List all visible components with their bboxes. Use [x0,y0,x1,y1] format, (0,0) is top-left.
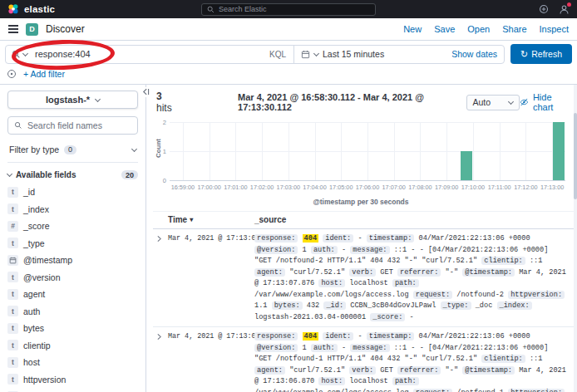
global-search-input[interactable]: Search Elastic [201,3,376,16]
calendar-icon [301,50,310,59]
saved-queries-icon[interactable] [7,69,17,79]
field-name: _type [23,238,45,248]
field-name: bytes [23,323,44,333]
x-tick-label: 17:01:00 [224,184,247,191]
field-key: referrer: [397,366,441,375]
hide-chart-button[interactable]: Hide chart [520,92,570,112]
appbar-action-save[interactable]: Save [434,24,455,34]
collapse-sidebar-icon[interactable] [141,87,151,97]
string-field-icon: t [7,238,18,248]
discover-app-badge: D [26,23,38,36]
field-item-bytes[interactable]: tbytes [7,320,138,337]
row-timestamp: Mar 4, 2021 @ 17:13:06.870 [168,331,254,341]
string-field-icon: t [7,323,18,334]
query-language-label[interactable]: KQL [262,50,293,59]
calendar-icon [7,255,18,266]
filter-by-type[interactable]: Filter by type 0 [7,142,138,163]
chevron-down-icon [22,50,28,56]
table-header: Time ▾ _source [153,211,574,229]
field-search-input[interactable]: Search field names [7,116,138,135]
page-title: Discover [46,23,85,35]
field-key: host: [318,377,345,385]
string-field-icon: t [7,203,18,214]
add-filter-button[interactable]: + Add filter [23,69,65,79]
highlight-match: 404 [303,234,318,243]
discover-main: 3 hits Mar 4, 2021 @ 16:58:30.112 - Mar … [146,85,577,392]
histogram-bar[interactable] [461,151,472,180]
expand-row-icon[interactable] [153,233,168,243]
field-key: agent: [254,366,285,375]
field-key: httpversion: [508,291,565,299]
index-pattern-select[interactable]: logstash-* [7,91,138,109]
string-field-icon: t [7,289,18,300]
documents-table: Time ▾ _source Mar 4, 2021 @ 17:13:07.87… [153,211,574,392]
time-column-header[interactable]: Time ▾ [168,215,254,224]
field-name: host [23,357,40,367]
query-language-menu[interactable] [6,50,33,59]
field-item-agent[interactable]: tagent [7,286,138,303]
x-tick-label: 17:08:00 [408,184,432,191]
field-key: host: [318,279,345,287]
appbar-action-inspect[interactable]: Inspect [540,24,569,34]
appbar-action-open[interactable]: Open [467,24,490,34]
app-header: D Discover NewSaveOpenShareInspect [0,18,577,41]
field-item-ident[interactable]: tident [7,388,138,392]
scrollbar-thumb[interactable] [574,113,577,199]
interval-select[interactable]: Auto [466,95,520,110]
field-key: message: [350,246,389,254]
x-tick-label: 17:02:00 [250,184,274,191]
histogram-bar[interactable] [553,122,565,180]
field-item-httpversion[interactable]: thttpversion [7,371,138,389]
expand-row-icon[interactable] [153,331,168,341]
string-field-icon: t [7,272,18,282]
plot-area: 16:59:0017:00:0017:01:0017:02:0017:03:00… [170,122,565,181]
field-key: httpversion: [508,389,565,392]
string-field-icon: t [7,306,18,316]
field-item-auth[interactable]: tauth [7,303,138,321]
date-picker[interactable]: Last 15 minutes Show dates [294,49,504,59]
field-name: auth [23,306,40,316]
time-range-label: Last 15 minutes [323,49,384,59]
show-dates-link[interactable]: Show dates [451,49,497,59]
table-row: Mar 4, 2021 @ 17:13:07.876response: 404 … [153,229,574,327]
menu-icon[interactable] [8,25,18,33]
filter-bar: + Add filter [0,67,577,85]
scrollbar[interactable] [574,85,577,392]
x-tick-label: 17:11:00 [488,184,511,191]
fields-sidebar: logstash-* Search field names Filter by … [0,85,146,392]
field-key: @timestamp: [462,268,515,277]
user-avatar[interactable] [559,4,570,15]
y-tick-label: 0 [163,177,166,184]
search-icon [207,6,215,13]
field-item-_score[interactable]: #_score [7,218,138,235]
field-key: _type: [441,301,471,310]
field-item-clientip[interactable]: tclientip [7,337,138,355]
x-tick-label: 17:13:00 [540,184,564,191]
field-key: auth: [311,246,338,254]
brand-name: elastic [24,4,55,14]
highlight-match: 404 [303,332,318,341]
x-tick-label: 17:10:00 [461,184,485,191]
available-fields-header[interactable]: Available fields 20 [7,170,138,179]
appbar-action-share[interactable]: Share [502,24,526,34]
help-icon[interactable] [539,4,549,14]
field-key: response: [254,234,298,243]
appbar-action-new[interactable]: New [403,24,422,34]
field-key: clientip: [481,355,525,363]
sort-desc-icon: ▾ [190,216,193,223]
content: logstash-* Search field names Filter by … [0,85,577,392]
notification-dot [567,2,571,7]
table-rows: Mar 4, 2021 @ 17:13:07.876response: 404 … [153,229,574,392]
field-item-host[interactable]: thost [7,354,138,371]
refresh-button[interactable]: ↻ Refresh [510,44,572,64]
field-search-placeholder: Search field names [27,120,102,130]
field-item-timestamp[interactable]: @timestamp [7,252,138,269]
query-bar: response:404 KQL Last 15 minutes Show da… [0,41,577,67]
row-source: response: 404 ident: - timestamp: 04/Mar… [254,233,574,323]
field-item-_id[interactable]: t_id [7,184,138,201]
field-item-_type[interactable]: t_type [7,235,138,252]
field-item-_index[interactable]: t_index [7,201,138,218]
x-tick-label: 17:07:00 [382,184,406,191]
query-input[interactable]: response:404 [33,49,262,59]
field-item-version[interactable]: t@version [7,269,138,287]
